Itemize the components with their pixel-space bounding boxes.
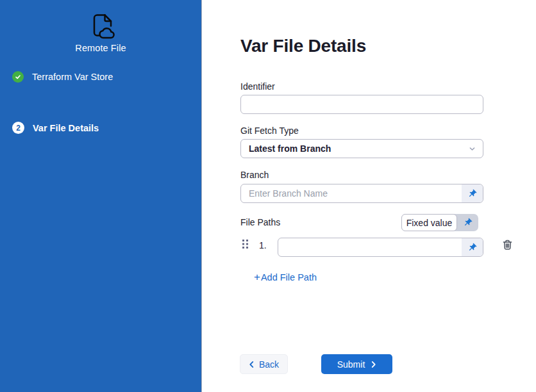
fixed-value-button[interactable]: Fixed value (401, 214, 457, 231)
branch-field (240, 184, 483, 203)
store-type-label: Remote File (0, 43, 201, 53)
wizard-sidebar: Remote File Terraform Var Store 2 Var Fi… (0, 0, 202, 392)
var-file-details-wizard: Remote File Terraform Var Store 2 Var Fi… (0, 0, 536, 392)
file-path-row-field (278, 238, 483, 257)
delete-file-path-button[interactable] (502, 239, 513, 250)
identifier-label: Identifier (240, 81, 275, 92)
chevron-down-icon (468, 145, 476, 153)
step-number-badge: 2 (12, 122, 24, 134)
add-file-path-label: Add File Path (261, 272, 317, 282)
file-path-pin-button[interactable] (462, 238, 483, 256)
trash-icon (502, 239, 513, 250)
file-paths-type-toggle[interactable]: Fixed value (401, 214, 478, 231)
step-label-var-file-details: Var File Details (33, 123, 99, 133)
file-paths-label: File Paths (240, 217, 280, 227)
wizard-step-terraform-var-store[interactable]: Terraform Var Store (12, 71, 113, 83)
step-label-terraform-var-store: Terraform Var Store (32, 72, 113, 82)
plus-icon: + (254, 272, 260, 282)
git-fetch-type-select[interactable]: Latest from Branch (240, 139, 483, 158)
chevron-left-icon (249, 361, 255, 368)
file-path-row-index: 1. (259, 240, 267, 250)
back-button-label: Back (259, 359, 279, 370)
branch-input[interactable] (241, 184, 462, 202)
thumbtack-pin-icon (467, 189, 477, 199)
var-file-details-form: Var File Details Identifier Git Fetch Ty… (203, 0, 536, 392)
branch-pin-button[interactable] (462, 184, 483, 202)
drag-handle-dots-icon[interactable] (242, 240, 249, 249)
thumbtack-pin-icon (463, 218, 473, 227)
check-circle-icon (12, 71, 24, 83)
file-paths-pin-button[interactable] (457, 214, 478, 231)
git-fetch-type-value: Latest from Branch (249, 143, 331, 154)
page-title: Var File Details (240, 36, 366, 56)
identifier-input[interactable] (240, 95, 483, 114)
back-button[interactable]: Back (240, 354, 288, 374)
file-path-input[interactable] (278, 238, 462, 256)
store-type-header: Remote File (0, 10, 201, 53)
chevron-right-icon (371, 361, 376, 368)
wizard-step-var-file-details[interactable]: 2 Var File Details (12, 122, 99, 134)
submit-button[interactable]: Submit (321, 354, 392, 374)
thumbtack-pin-icon (467, 243, 477, 252)
file-cloud-icon (86, 10, 115, 40)
git-fetch-type-label: Git Fetch Type (240, 126, 299, 136)
branch-label: Branch (240, 170, 269, 180)
submit-button-label: Submit (337, 359, 365, 370)
add-file-path-button[interactable]: + Add File Path (254, 272, 317, 282)
